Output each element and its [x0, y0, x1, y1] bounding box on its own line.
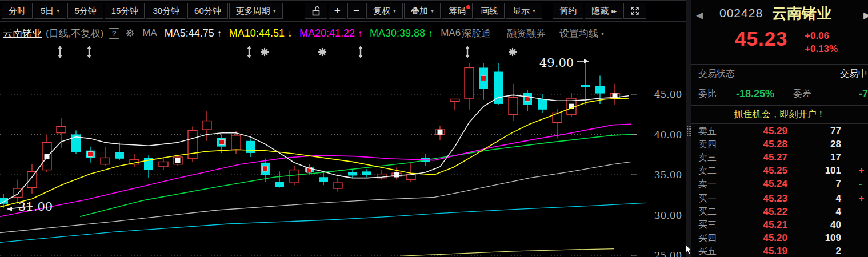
- last-price: 45.23: [735, 27, 788, 50]
- candle-down: [348, 172, 357, 176]
- simple-mode-button[interactable]: 简约: [553, 3, 583, 19]
- ma-line-ma250: [400, 249, 614, 256]
- tab-minute-chart[interactable]: 分时: [2, 3, 33, 19]
- tab-5day-chart[interactable]: 5日▾: [34, 3, 66, 19]
- tab-label: 60分钟: [194, 6, 221, 17]
- fullscreen-button[interactable]: [623, 3, 646, 19]
- candlestick-chart[interactable]: 45.0040.0035.0030.0025.0049.0031.00: [0, 45, 691, 257]
- button-label: 更多周期: [236, 6, 270, 17]
- order-price: 45.21: [735, 218, 787, 231]
- updown-arrow-marker: [247, 55, 251, 58]
- signal-marker-red: [481, 75, 486, 81]
- order-price: 45.29: [735, 125, 787, 138]
- tab-15min-chart[interactable]: 15分钟: [105, 3, 145, 19]
- annotation-arrowhead: [7, 207, 12, 211]
- updown-arrow-marker: [358, 46, 363, 49]
- stock-name-label[interactable]: 云南锗业: [3, 27, 42, 40]
- trade-status-value: 交易中: [840, 65, 867, 82]
- caret-down-icon: ▾: [393, 8, 396, 14]
- price-axis-label: 25.00: [654, 250, 682, 257]
- order-volume: 40: [792, 218, 841, 231]
- buy-row-2[interactable]: 买二45.224: [691, 205, 868, 218]
- grip-icon[interactable]: [687, 126, 691, 137]
- weibi-value: -18.25%: [736, 84, 774, 103]
- draw-line-button[interactable]: 画线: [474, 3, 505, 19]
- chart-toolbar: 分时 5日▾ 5分钟 15分钟 30分钟 60分钟 更多周期▾ + − 复权▾ …: [0, 0, 691, 22]
- candle-down: [275, 182, 284, 187]
- order-volume: 77: [792, 125, 841, 138]
- down-arrow-icon: ↓: [287, 29, 292, 38]
- sell-row-4[interactable]: 卖四45.2828: [691, 138, 868, 151]
- zoom-in-button[interactable]: +: [329, 3, 346, 19]
- candle-down: [581, 85, 590, 87]
- overlay-button[interactable]: 叠加▾: [404, 3, 441, 19]
- display-button[interactable]: 显示▾: [506, 3, 542, 19]
- button-label: 叠加: [411, 6, 428, 17]
- signal-marker-white: [438, 130, 443, 135]
- tab-label: 15分钟: [111, 6, 138, 17]
- candle-up: [553, 113, 562, 122]
- sell-row-2[interactable]: 卖二45.25101+: [691, 164, 868, 177]
- gear-icon[interactable]: [125, 28, 135, 38]
- candle-down: [246, 141, 255, 153]
- ma-settings-button[interactable]: 设置均线▾: [559, 27, 604, 40]
- zoom-out-button[interactable]: −: [347, 3, 365, 19]
- adjust-price-button[interactable]: 复权▾: [366, 3, 403, 19]
- order-volume: 17: [792, 151, 841, 164]
- order-price: 45.28: [735, 138, 787, 151]
- chart-canvas[interactable]: 45.0040.0035.0030.0025.0049.0031.00: [0, 45, 691, 257]
- margin-trading-badge: 融资融券: [507, 27, 546, 40]
- buy-row-1[interactable]: 买一45.234+: [691, 192, 868, 205]
- panel-divider[interactable]: [686, 0, 691, 257]
- price-axis-label: 45.00: [654, 89, 682, 100]
- tab-30min-chart[interactable]: 30分钟: [146, 3, 186, 19]
- updown-arrow-marker: [358, 55, 363, 58]
- divider-line: [691, 123, 868, 124]
- prev-stock-icon[interactable]: ◀: [696, 10, 703, 21]
- trade-status-label: 交易状态: [698, 65, 735, 82]
- candle-up: [188, 130, 197, 158]
- button-label: 简约: [559, 6, 577, 17]
- divider-line: [691, 83, 868, 83]
- tab-5min-chart[interactable]: 5分钟: [67, 3, 103, 19]
- lock-button[interactable]: [305, 3, 327, 19]
- signal-marker-white: [45, 154, 50, 159]
- weibi-label: 委比: [698, 84, 717, 103]
- candle-up: [101, 158, 110, 164]
- caret-down-icon: ▾: [601, 30, 604, 37]
- hide-panel-button[interactable]: 隐藏▸▸: [585, 3, 622, 19]
- buy-row-4[interactable]: 买四45.20109: [691, 231, 868, 244]
- next-stock-icon[interactable]: ▶: [863, 10, 868, 21]
- order-label: 卖二: [698, 164, 717, 177]
- tab-label: 分时: [9, 6, 26, 17]
- sell-row-1[interactable]: 卖一45.247-: [691, 177, 868, 190]
- order-label: 卖三: [698, 151, 717, 164]
- order-volume: 4: [792, 205, 841, 218]
- ma60-truncated-label: MA6: [441, 27, 461, 39]
- price-axis-label: 30.00: [654, 210, 682, 221]
- candle-up: [333, 183, 342, 188]
- order-flag: +: [859, 192, 864, 205]
- unlock-icon: [311, 6, 321, 16]
- sell-row-3[interactable]: 卖三45.2717: [691, 151, 868, 164]
- candle-down: [595, 86, 605, 94]
- shenzhen-connect-badge: 深股通: [462, 27, 491, 40]
- ma-line-ma120: [0, 203, 646, 242]
- price-axis-label: 40.00: [654, 129, 682, 140]
- order-price: 45.20: [735, 231, 787, 244]
- more-periods-button[interactable]: 更多周期▾: [229, 3, 283, 19]
- order-price: 45.23: [735, 192, 787, 205]
- order-volume: 4: [792, 192, 841, 205]
- sell-row-5[interactable]: 卖五45.2977: [691, 125, 868, 138]
- open-account-link[interactable]: 抓住机会，即刻开户！: [734, 109, 826, 119]
- chip-distribution-button[interactable]: 筹码: [442, 3, 473, 19]
- tab-60min-chart[interactable]: 60分钟: [187, 3, 228, 19]
- help-icon[interactable]: ?: [109, 28, 119, 39]
- quote-panel: ◀ 002428 云南锗业 ▶ 45.23 +0.06 +0.13% 交易状态 …: [691, 0, 868, 257]
- signal-marker-white: [394, 172, 399, 178]
- candle-up: [509, 98, 518, 115]
- signal-marker-red: [219, 139, 225, 144]
- divider-line: [691, 105, 868, 106]
- buy-row-3[interactable]: 买三45.2140: [691, 218, 868, 231]
- candle-down: [362, 171, 371, 175]
